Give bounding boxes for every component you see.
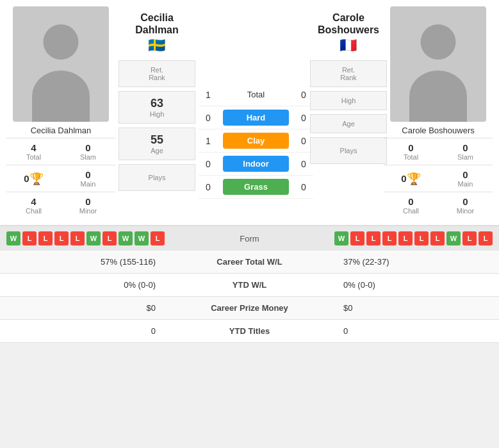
- left-trophy-cell: 0 🏆: [6, 165, 61, 192]
- indoor-label: Indoor: [223, 156, 289, 172]
- left-center-area: CeciliaDahlman 🇸🇪 Ret. Rank 63 High 55 A…: [115, 6, 199, 219]
- hard-row: 0 Hard 0: [199, 106, 313, 129]
- left-stats-grid: 4 Total 0 Slam 0 🏆 0 Main 4 Chall: [6, 138, 115, 219]
- form-badge-left: L: [70, 231, 85, 245]
- stat-center-label: YTD Titles: [165, 320, 334, 343]
- form-badge-right: L: [462, 231, 477, 245]
- form-badge-left: W: [135, 231, 149, 245]
- career-stats-table: 57% (155-116)Career Total W/L37% (22-37)…: [0, 251, 499, 343]
- form-badge-right: L: [398, 231, 413, 245]
- stat-right-value: 0: [334, 320, 499, 343]
- left-high-value: 63: [119, 97, 195, 110]
- left-rank-line1: Ret.: [119, 66, 195, 74]
- right-rank-line1: Ret.: [311, 66, 386, 74]
- stats-row: $0Career Prize Money$0: [0, 297, 499, 320]
- avatar-head-right: [421, 24, 456, 60]
- right-main-value: 0: [441, 169, 490, 180]
- stat-left-value: 57% (155-116): [0, 251, 165, 274]
- left-main-cell: 0 Main: [61, 165, 115, 192]
- left-chall-value: 4: [9, 196, 58, 207]
- right-slam-label: Slam: [441, 153, 490, 161]
- right-trophy-icon: 🏆: [407, 172, 421, 186]
- left-high-label: High: [119, 110, 195, 118]
- right-flag: 🇫🇷: [318, 37, 379, 54]
- stat-right-value: 37% (22-37): [334, 251, 499, 274]
- clay-left-val: 1: [199, 136, 218, 146]
- avatar-head-left: [44, 24, 79, 60]
- form-badge-right: L: [414, 231, 429, 245]
- grass-right-val: 0: [294, 182, 313, 192]
- left-player-name: Cecilia Dahlman: [31, 126, 92, 135]
- right-player-card: Carole Boshouwers 0 Total 0 Slam 0 🏆 0 M…: [384, 6, 493, 219]
- right-age-box: Age: [310, 114, 387, 133]
- form-section: WLLLLWLWWL Form WLLLLLLWLL: [0, 225, 499, 251]
- form-badge-left: L: [102, 231, 117, 245]
- stat-center-label: YTD W/L: [165, 274, 334, 297]
- hard-left-val: 0: [199, 113, 218, 123]
- left-player-card: Cecilia Dahlman 4 Total 0 Slam 0 🏆 0 Mai…: [6, 6, 115, 219]
- right-slam-value: 0: [441, 142, 490, 153]
- left-age-value: 55: [119, 133, 195, 147]
- left-main-label: Main: [63, 180, 113, 188]
- left-total-label: Total: [9, 153, 58, 161]
- left-total-cell: 4 Total: [6, 138, 61, 165]
- total-label: Total: [223, 87, 289, 103]
- stats-row: 0% (0-0)YTD W/L0% (0-0): [0, 274, 499, 297]
- indoor-row: 0 Indoor 0: [199, 153, 313, 176]
- right-total-value: 0: [386, 142, 436, 153]
- left-flag: 🇸🇪: [135, 37, 179, 54]
- right-minor-value: 0: [441, 196, 490, 207]
- right-high-label: High: [311, 97, 386, 104]
- right-player-avatar: [390, 6, 486, 122]
- grass-row: 0 Grass 0: [199, 176, 313, 199]
- right-main-label: Main: [441, 180, 490, 188]
- right-center-area: CaroleBoshouwers 🇫🇷 Ret. Rank High Age P…: [313, 6, 384, 219]
- form-badge-right: W: [446, 231, 461, 245]
- grass-left-val: 0: [199, 182, 218, 192]
- right-minor-label: Minor: [441, 207, 490, 215]
- total-row: 1 Total 0: [199, 83, 313, 106]
- left-slam-value: 0: [63, 142, 113, 153]
- stat-center-label: Career Total W/L: [165, 251, 334, 274]
- left-mast-value: 0: [24, 173, 29, 184]
- avatar-body-right: [409, 71, 467, 122]
- left-age-box: 55 Age: [119, 128, 195, 160]
- form-badge-right: W: [334, 231, 348, 245]
- stats-row: 57% (155-116)Career Total W/L37% (22-37): [0, 251, 499, 274]
- right-chall-value: 0: [386, 196, 436, 207]
- form-label: Form: [211, 234, 288, 244]
- right-name-center: CaroleBoshouwers 🇫🇷: [318, 6, 379, 58]
- comparison-middle: 1 Total 0 0 Hard 0 1 Clay 0 0 Indoor 0: [199, 6, 313, 219]
- right-main-cell: 0 Main: [438, 165, 493, 192]
- left-minor-label: Minor: [63, 207, 113, 215]
- stat-left-value: 0% (0-0): [0, 274, 165, 297]
- left-rank-line2: Rank: [119, 74, 195, 81]
- left-minor-value: 0: [63, 196, 113, 207]
- right-high-box: High: [310, 91, 387, 110]
- clay-row: 1 Clay 0: [199, 129, 313, 153]
- right-trophy-cell: 0 🏆: [384, 165, 438, 192]
- right-chall-cell: 0 Chall: [384, 192, 438, 219]
- right-rank-box: Ret. Rank: [310, 60, 387, 87]
- indoor-left-val: 0: [199, 159, 218, 169]
- hard-label: Hard: [223, 110, 289, 126]
- form-badge-left: L: [54, 231, 69, 245]
- left-trophy-icon: 🏆: [29, 172, 44, 186]
- right-total-cell: 0 Total: [384, 138, 438, 165]
- right-plays-box: Plays: [310, 137, 387, 164]
- left-player-avatar: [13, 6, 109, 122]
- left-age-label: Age: [119, 147, 195, 154]
- form-badge-right: L: [430, 231, 445, 245]
- left-name-heading: CeciliaDahlman: [135, 12, 179, 36]
- stat-left-value: 0: [0, 320, 165, 343]
- right-chall-label: Chall: [386, 207, 436, 215]
- avatar-body-left: [32, 71, 90, 122]
- form-badge-left: L: [22, 231, 37, 245]
- left-minor-cell: 0 Minor: [61, 192, 115, 219]
- main-container: Cecilia Dahlman 4 Total 0 Slam 0 🏆 0 Mai…: [0, 0, 499, 343]
- left-high-box: 63 High: [119, 91, 195, 124]
- left-total-value: 4: [9, 142, 58, 153]
- form-badge-right: L: [350, 231, 364, 245]
- form-badge-left: L: [151, 231, 165, 245]
- left-plays-box: Plays: [119, 164, 195, 191]
